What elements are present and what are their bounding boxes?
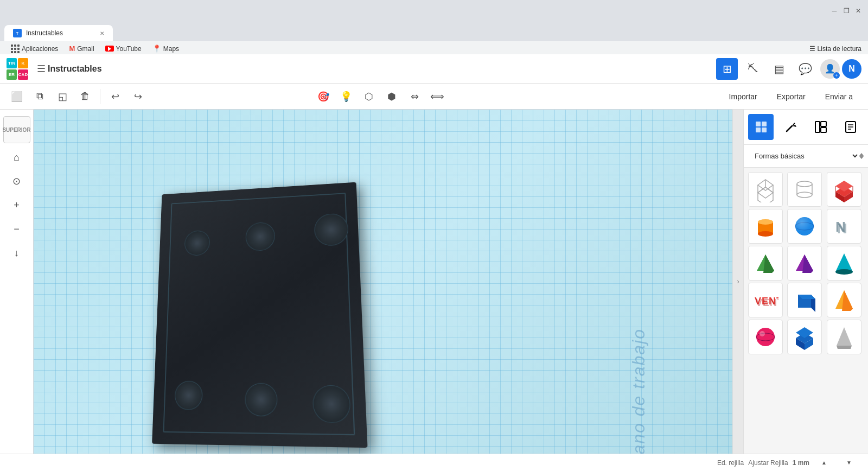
shape-cone-gray[interactable]	[827, 320, 861, 354]
shapes-arrow-up[interactable]	[859, 153, 864, 156]
zoom-in-button[interactable]: +	[7, 195, 27, 215]
layout-icon	[814, 120, 827, 133]
copy-button[interactable]: ◱	[52, 86, 73, 107]
layout-panel-button[interactable]	[808, 114, 834, 140]
main-plate	[152, 182, 367, 448]
redo-button[interactable]: ↪	[127, 86, 148, 107]
svg-rect-0	[756, 122, 761, 126]
import-button[interactable]: Importar	[720, 89, 766, 104]
gmail-icon: M	[69, 44, 75, 53]
delete-button[interactable]: 🗑	[75, 86, 95, 107]
shape-cube-blue2[interactable]	[787, 320, 822, 354]
edit-toolbar: ⬜ ⧉ ◱ 🗑 ↩ ↪ 🎯 💡 ⬡ ⬢ ⇔ ⟺ Importar Exporta…	[0, 84, 868, 110]
svg-point-30	[758, 219, 773, 225]
bookmark-apps[interactable]: Aplicaciones	[7, 43, 62, 54]
apps-grid-icon	[11, 44, 20, 53]
svg-marker-56	[837, 327, 852, 346]
menu-button[interactable]: ☰	[35, 61, 48, 77]
zoom-out-button[interactable]: −	[7, 219, 27, 239]
shape-cylinder-orange[interactable]	[748, 209, 783, 244]
grid-edit-label: Ed. rejilla	[717, 459, 744, 467]
status-bar: Ed. rejilla Ajustar Rejilla 1 mm ▲ ▼	[0, 454, 868, 471]
bookmark-gmail-label: Gmail	[77, 45, 94, 53]
shape-pyramid-green[interactable]	[748, 246, 783, 281]
tab-favicon: T	[13, 29, 22, 37]
reading-list-icon: ☰	[809, 45, 815, 53]
snap-decrease-button[interactable]: ▼	[839, 453, 859, 472]
layout-button[interactable]: ▤	[768, 58, 790, 80]
collapse-panel-button[interactable]: ›	[732, 110, 743, 454]
shape-sphere-blue[interactable]	[787, 209, 822, 244]
bookmark-gmail[interactable]: M Gmail	[65, 43, 98, 54]
shapes-panel-button[interactable]	[748, 114, 774, 140]
profile-avatar[interactable]: N	[842, 59, 861, 79]
pick-tool-button[interactable]: ⛏	[742, 58, 764, 80]
group-button[interactable]: ⬢	[381, 86, 402, 107]
center-tools: 🎯 💡 ⬡ ⬢ ⇔ ⟺	[313, 86, 448, 107]
bookmark-maps[interactable]: 📍 Maps	[148, 43, 183, 54]
maps-icon: 📍	[152, 44, 161, 53]
home-view-button[interactable]: ⌂	[7, 148, 27, 167]
reading-list-button[interactable]: ☰ Lista de lectura	[809, 45, 861, 53]
logo-k: K	[18, 58, 28, 68]
shape-button[interactable]: ⬡	[359, 86, 379, 107]
bookmark-youtube[interactable]: YouTube	[101, 44, 146, 54]
svg-marker-12	[758, 187, 773, 202]
right-panel: Formas básicas	[743, 110, 868, 454]
close-button[interactable]: ✕	[854, 7, 863, 15]
export-button[interactable]: Exportar	[768, 89, 814, 104]
svg-rect-2	[756, 128, 761, 132]
shape-cylinder-wire[interactable]	[787, 172, 822, 207]
send-to-button[interactable]: Enviar a	[816, 89, 861, 104]
hole-5	[245, 383, 277, 417]
separator-1	[100, 89, 100, 104]
undo-button[interactable]: ↩	[105, 86, 125, 107]
chat-button[interactable]: 💬	[794, 58, 816, 80]
orbit-button[interactable]: ⊙	[7, 171, 27, 191]
svg-point-18	[797, 181, 812, 187]
svg-rect-3	[762, 128, 767, 132]
logo-er: ER	[7, 69, 17, 80]
shape-cone-teal[interactable]	[827, 246, 861, 281]
duplicate-button[interactable]: ⧉	[29, 86, 50, 107]
workplane-label: Plano de trabajo	[629, 328, 649, 454]
shape-cube-wire[interactable]	[748, 172, 783, 207]
youtube-icon	[105, 46, 114, 52]
main-area: SUPERIOR ⌂ ⊙ + − ↓	[0, 110, 868, 454]
shape-text-red[interactable]: VENT VENT	[748, 283, 783, 317]
shape-cube-red[interactable]	[827, 172, 861, 207]
tab-close-button[interactable]: ✕	[100, 30, 104, 36]
mirror-button[interactable]: ⟺	[427, 86, 448, 107]
maximize-button[interactable]: ❐	[842, 7, 851, 15]
browser-tab[interactable]: T Instructables ✕	[4, 25, 113, 41]
notes-icon	[844, 120, 857, 133]
shapes-arrow-down[interactable]	[859, 156, 864, 159]
shape-sphere-pink[interactable]	[748, 320, 783, 354]
fit-view-button[interactable]: ↓	[7, 243, 27, 263]
snap-label: Ajustar Rejilla	[748, 459, 788, 467]
view-3d-button[interactable]: 🎯	[313, 86, 334, 107]
shapes-category-select[interactable]: Formas básicas	[748, 149, 859, 163]
minimize-button[interactable]: ─	[830, 7, 839, 15]
tinkercad-logo: TIN K ER CAD	[7, 58, 28, 80]
svg-rect-7	[821, 128, 826, 132]
add-profile-button[interactable]: 👤 +	[820, 59, 840, 79]
canvas-area[interactable]: Plano de trabajo	[34, 110, 732, 454]
shape-pyramid-purple[interactable]	[787, 246, 822, 281]
svg-point-41	[835, 269, 853, 275]
align-button[interactable]: ⇔	[404, 86, 425, 107]
light-button[interactable]: 💡	[336, 86, 356, 107]
notes-panel-button[interactable]	[838, 114, 864, 140]
shape-text-3d[interactable]: N N	[827, 209, 861, 244]
bookmark-youtube-label: YouTube	[116, 45, 142, 53]
pickaxe-button[interactable]	[778, 114, 803, 140]
shape-prism-blue[interactable]	[787, 283, 822, 317]
action-buttons: Importar Exportar Enviar a	[720, 89, 861, 104]
new-shape-button[interactable]: ⬜	[7, 86, 27, 107]
shape-pyramid-yellow[interactable]	[827, 283, 861, 317]
snap-increase-button[interactable]: ▲	[814, 453, 834, 472]
svg-point-19	[797, 192, 812, 198]
grid-view-button[interactable]: ⊞	[716, 58, 738, 80]
project-title: Instructables	[48, 64, 102, 74]
left-panel: SUPERIOR ⌂ ⊙ + − ↓	[0, 110, 34, 454]
